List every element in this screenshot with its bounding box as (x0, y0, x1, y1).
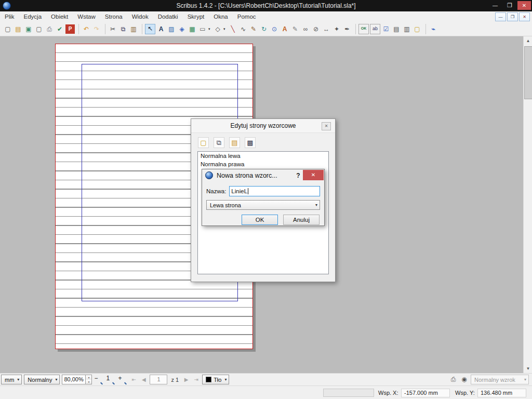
insert-polygon-dropdown-icon[interactable]: ▾ (223, 27, 227, 31)
pdf-checkbox-icon[interactable]: ☑ (381, 24, 391, 34)
zoom-out-button[interactable]: − (94, 375, 104, 384)
pdf-push-button-icon[interactable]: OK (358, 24, 369, 34)
pdf-link-icon[interactable]: ⌁ (429, 24, 438, 34)
copy-icon[interactable]: ⧉ (118, 24, 128, 34)
vision-defect-select[interactable]: Normalny wzrok ▾ (471, 375, 529, 384)
pdf-text-field-icon[interactable]: ab (370, 24, 380, 34)
layer-color-swatch (206, 377, 211, 382)
menu-wstaw[interactable]: Wstaw (73, 11, 100, 22)
zoom-tool-icon[interactable]: ⊙ (270, 24, 279, 34)
quality-value: Normalny (28, 377, 52, 383)
new-master-dialog-titlebar[interactable]: Nowa strona wzorc... ? ✕ (202, 169, 324, 181)
delete-master-page-icon[interactable]: ▩ (245, 137, 256, 148)
measurements-icon[interactable]: ↔ (322, 24, 331, 34)
insert-freehand-icon[interactable]: ✎ (249, 24, 258, 34)
print-document-icon[interactable]: ⎙ (45, 24, 54, 34)
first-page-button[interactable]: ⇤ (130, 375, 138, 384)
import-master-page-icon[interactable]: ▤ (229, 137, 240, 148)
menu-plik[interactable]: Plik (0, 11, 19, 22)
master-dialog-close-button[interactable]: ✕ (322, 122, 331, 130)
rotate-item-icon[interactable]: ↻ (259, 24, 269, 34)
layer-select[interactable]: Tło ▾ (202, 375, 229, 384)
spin-up-icon[interactable]: ▴ (86, 375, 91, 380)
paste-icon[interactable]: ▥ (129, 24, 138, 34)
preflight-verifier-icon[interactable]: ✔ (55, 24, 64, 34)
menu-okna[interactable]: Okna (209, 11, 233, 22)
story-editor-icon[interactable]: ✎ (290, 24, 300, 34)
window-titlebar[interactable]: Scribus 1.4.2 - [C:\Users\RobertCh\Deskt… (0, 0, 532, 11)
menu-skrypt[interactable]: Skrypt (183, 11, 209, 22)
close-button[interactable]: ✕ (517, 1, 531, 10)
insert-text-frame-icon[interactable]: A (156, 24, 166, 34)
redo-icon[interactable]: ↷ (92, 24, 101, 34)
menu-pomoc[interactable]: Pomoc (233, 11, 261, 22)
master-page-list-item[interactable]: Normalna lewa (198, 152, 328, 160)
unit-select[interactable]: mm ▾ (1, 375, 22, 384)
mdi-restore-button[interactable]: ❐ (507, 12, 518, 21)
insert-shape-dropdown-icon[interactable]: ▾ (208, 27, 212, 31)
zoom-in-button[interactable]: + (118, 375, 128, 384)
cut-icon[interactable]: ✂ (108, 24, 117, 34)
mdi-minimize-button[interactable]: — (495, 12, 506, 21)
zoom-original-button[interactable]: 1 (106, 375, 116, 384)
insert-bezier-icon[interactable]: ∿ (238, 24, 248, 34)
new-document-icon[interactable]: ▢ (3, 24, 12, 34)
copy-properties-icon[interactable]: ✦ (332, 24, 341, 34)
restore-button[interactable]: ❐ (503, 1, 516, 10)
insert-polygon-icon[interactable]: ◇ (213, 24, 222, 34)
insert-table-icon[interactable]: ▦ (188, 24, 197, 34)
master-name-input[interactable]: LinieL (229, 186, 320, 196)
next-page-button[interactable]: ▶ (182, 375, 190, 384)
visual-appearance-icon[interactable]: ◉ (460, 375, 469, 384)
insert-shape-icon[interactable]: ▭ (198, 24, 207, 34)
pdf-list-box-icon[interactable]: ▥ (402, 24, 411, 34)
last-page-button[interactable]: ⇥ (192, 375, 200, 384)
scrollbar-thumb[interactable] (524, 46, 532, 99)
menu-edycja[interactable]: Edycja (19, 11, 47, 22)
menubar: Plik Edycja Obiekt Wstaw Strona Widok Do… (0, 11, 532, 22)
page-side-select[interactable]: Lewa strona ▾ (206, 200, 320, 210)
link-text-frames-icon[interactable]: ∞ (301, 24, 310, 34)
menu-widok[interactable]: Widok (127, 11, 153, 22)
save-document-icon[interactable]: ▣ (24, 24, 33, 34)
help-button[interactable]: ? (294, 172, 302, 179)
edit-contents-icon[interactable]: A (280, 24, 289, 34)
duplicate-master-page-icon[interactable]: ⧉ (214, 137, 224, 148)
quality-select[interactable]: Normalny ▾ (24, 375, 60, 384)
menu-strona[interactable]: Strona (100, 11, 127, 22)
pdf-combo-box-icon[interactable]: ▤ (392, 24, 401, 34)
previous-page-button[interactable]: ◀ (140, 375, 148, 384)
master-dialog-titlebar[interactable]: Edytuj strony wzorcowe ✕ (191, 119, 335, 133)
menu-obiekt[interactable]: Obiekt (46, 11, 73, 22)
new-master-dialog-close-button[interactable]: ✕ (303, 170, 324, 180)
eyedropper-icon[interactable]: ✒ (342, 24, 352, 34)
spin-down-icon[interactable]: ▾ (86, 380, 91, 384)
export-pdf-icon[interactable]: P (65, 24, 75, 34)
minimize-button[interactable]: — (488, 1, 502, 10)
cancel-button[interactable]: Anuluj (283, 215, 320, 225)
pdf-text-annotation-icon[interactable]: ▢ (413, 24, 422, 34)
insert-render-frame-icon[interactable]: ◈ (177, 24, 187, 34)
master-dialog-title: Edytuj strony wzorcowe (191, 119, 335, 132)
mdi-close-button[interactable]: ✕ (519, 12, 530, 21)
select-item-icon[interactable]: ↖ (145, 24, 155, 34)
zoom-spinner[interactable]: 80,00% ▴ ▾ (62, 375, 92, 384)
scroll-up-icon[interactable]: ▲ (524, 36, 532, 45)
insert-image-frame-icon[interactable]: ▨ (167, 24, 176, 34)
master-page-list-item[interactable]: Normalna prawa (198, 160, 328, 168)
insert-line-icon[interactable]: ╲ (228, 24, 237, 34)
unlink-text-frames-icon[interactable]: ⊘ (311, 24, 321, 34)
vertical-scrollbar[interactable]: ▲ ▼ (523, 36, 532, 373)
undo-icon[interactable]: ↶ (82, 24, 91, 34)
page-number-input[interactable]: 1 (150, 375, 167, 384)
ok-button[interactable]: OK (242, 215, 278, 225)
scribus-logo-icon (3, 2, 11, 10)
scroll-down-icon[interactable]: ▼ (524, 364, 532, 373)
open-document-icon[interactable]: ▤ (14, 24, 23, 34)
y-coordinate-label: Wsp. Y: (455, 390, 475, 396)
close-document-icon[interactable]: ▢ (34, 24, 44, 34)
preview-mode-icon[interactable]: ⎙ (449, 375, 458, 384)
menu-dodatki[interactable]: Dodatki (153, 11, 183, 22)
zoom-in-icon: + (118, 375, 122, 382)
add-master-page-icon[interactable]: ▢ (198, 137, 209, 148)
